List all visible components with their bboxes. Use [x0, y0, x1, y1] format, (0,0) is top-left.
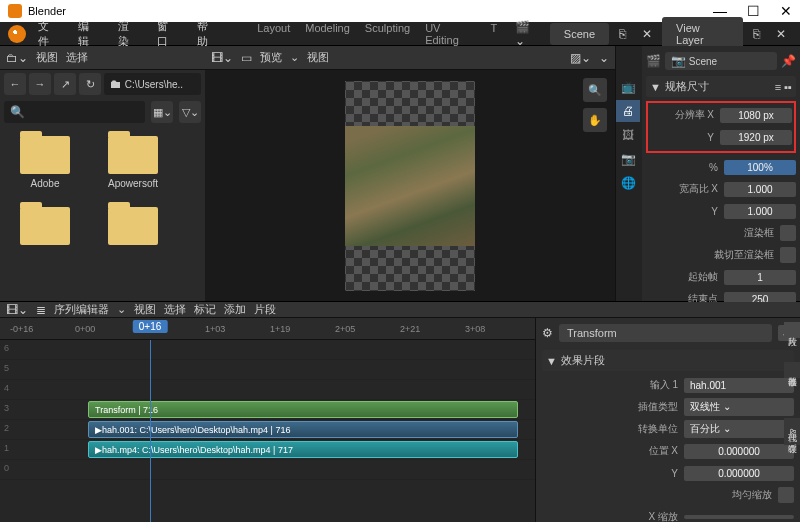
prop-tab-scene-icon[interactable]: 📷 — [616, 148, 640, 170]
start-frame-input[interactable]: 1 — [724, 270, 796, 285]
tab-layout[interactable]: Layout — [251, 19, 296, 49]
resolution-y-input[interactable]: 1920 px — [720, 130, 792, 145]
file-list[interactable]: Adobe Apowersoft — [0, 126, 205, 301]
seq-menu-view[interactable]: 视图 — [134, 302, 156, 317]
properties-panel: 📺 🖨 🖼 📷 🌐 🎬 📷 Scene 📌 ▼ 规格尺寸≡ ▪▪ 分辨率 X10… — [615, 46, 800, 301]
scene-new-icon[interactable]: ⎘ — [613, 24, 632, 44]
filter-icon[interactable]: ▽⌄ — [179, 101, 201, 123]
sidetab-proxy[interactable]: 代理 & 缓存 — [784, 418, 800, 445]
prop-tab-output-icon[interactable]: 🖨 — [616, 100, 640, 122]
blender-icon[interactable] — [8, 25, 26, 43]
folder-icon: 🖿 — [110, 77, 122, 91]
pos-x-input[interactable]: 0.000000 — [684, 444, 794, 459]
uniform-scale-label: 均匀缩放 — [542, 488, 778, 502]
sequencer-editor-icon[interactable]: 🎞⌄ — [6, 303, 28, 317]
prop-tab-render-icon[interactable]: 📺 — [616, 76, 640, 98]
sidetab-modifiers[interactable]: 修改器 — [784, 362, 800, 378]
strip-properties-panel: ⚙ Transform ✓ ▼ 效果片段 输入 1hah.001 插值类型双线性… — [535, 318, 800, 522]
resolution-x-label: 分辨率 X — [650, 108, 720, 122]
search-icon: 🔍 — [10, 105, 25, 119]
sequencer-mode-icon[interactable]: ≣ — [36, 303, 46, 317]
percent-input[interactable]: 100% — [724, 160, 796, 175]
panel-dimensions-header[interactable]: ▼ 规格尺寸≡ ▪▪ — [646, 76, 796, 97]
tab-modeling[interactable]: Modeling — [299, 19, 356, 49]
strip-hah[interactable]: ▶ hah.mp4: C:\Users\hero\Desktop\hah.mp4… — [88, 441, 518, 458]
timeline-ruler[interactable]: -0+16 0+00 0+16 1+03 1+19 2+05 2+21 3+08… — [0, 318, 535, 340]
aspect-x-input[interactable]: 1.000 — [724, 182, 796, 197]
preview-label[interactable]: 预览 — [260, 50, 282, 65]
seq-menu-select[interactable]: 选择 — [164, 302, 186, 317]
preview-mode-icon[interactable]: ▭ — [241, 51, 252, 65]
viewlayer-new-icon[interactable]: ⎘ — [747, 24, 766, 44]
folder-item[interactable]: Apowersoft — [98, 136, 168, 189]
aspect-y-input[interactable]: 1.000 — [724, 204, 796, 219]
seq-menu-marker[interactable]: 标记 — [194, 302, 216, 317]
folder-item[interactable]: Adobe — [10, 136, 80, 189]
timeline-tracks[interactable]: 6 5 4 3 Transform | 716 2 ▶ hah.001: C:\… — [0, 340, 535, 522]
scale-x-label: X 缩放 — [542, 510, 684, 522]
seq-menu-add[interactable]: 添加 — [224, 302, 246, 317]
nav-back-icon[interactable]: ← — [4, 73, 26, 95]
playhead[interactable] — [150, 340, 151, 522]
sidetab-strip[interactable]: 片段 — [784, 322, 800, 338]
overlays-icon[interactable]: ⌄ — [599, 51, 609, 65]
uniform-scale-checkbox[interactable] — [778, 487, 794, 503]
folder-icon — [20, 136, 70, 174]
tab-tex[interactable]: T — [485, 19, 504, 49]
strip-transform[interactable]: Transform | 716 — [88, 401, 518, 418]
scene-field[interactable]: Scene — [550, 23, 609, 45]
file-browser-panel: 🗀⌄ 视图 选择 ← → ↗ ↻ 🖿 C:\Users\he.. 🔍 ▦⌄ ▽⌄… — [0, 46, 205, 301]
resolution-x-input[interactable]: 1080 px — [720, 108, 792, 123]
folder-item[interactable] — [98, 207, 168, 249]
pos-y-input[interactable]: 0.000000 — [684, 466, 794, 481]
input1-value: hah.001 — [684, 378, 794, 393]
folder-item[interactable] — [10, 207, 80, 249]
display-channels-icon[interactable]: ▨⌄ — [570, 51, 591, 65]
sequencer-editor-icon[interactable]: 🎞⌄ — [211, 51, 233, 65]
scene-name-field[interactable]: 📷 Scene — [665, 52, 777, 70]
prop-tab-viewlayer-icon[interactable]: 🖼 — [616, 124, 640, 146]
pos-x-label: 位置 X — [542, 444, 684, 458]
fb-menu-select[interactable]: 选择 — [66, 50, 88, 65]
seq-menu-strip[interactable]: 片段 — [254, 302, 276, 317]
interp-select[interactable]: 双线性 ⌄ — [684, 398, 794, 416]
scene-link-icon[interactable]: 🎬 — [646, 54, 661, 68]
folder-icon — [20, 207, 70, 245]
input1-label: 输入 1 — [542, 378, 684, 392]
filebrowser-editor-icon[interactable]: 🗀⌄ — [6, 51, 28, 65]
start-frame-label: 起始帧 — [646, 270, 724, 284]
blender-logo-icon — [8, 4, 22, 18]
tab-sculpting[interactable]: Sculpting — [359, 19, 416, 49]
strip-hah001[interactable]: ▶ hah.001: C:\Users\hero\Desktop\hah.mp4… — [88, 421, 518, 438]
strip-name-field[interactable]: Transform — [559, 324, 772, 342]
crop-checkbox[interactable] — [780, 247, 796, 263]
nav-forward-icon[interactable]: → — [29, 73, 51, 95]
video-frame-preview — [345, 126, 475, 246]
preview-panel: 🎞⌄ ▭ 预览⌄ 视图 ▨⌄ ⌄ 🔍 ✋ — [205, 46, 615, 301]
pin-icon[interactable]: 📌 — [781, 54, 796, 68]
tab-uv[interactable]: UV Editing — [419, 19, 481, 49]
path-field[interactable]: 🖿 C:\Users\he.. — [104, 73, 201, 95]
scale-x-input[interactable] — [684, 515, 794, 519]
preview-viewport[interactable]: 🔍 ✋ — [205, 70, 615, 301]
effect-panel-header[interactable]: ▼ 效果片段 — [542, 350, 794, 371]
prop-tab-world-icon[interactable]: 🌐 — [616, 172, 640, 194]
zoom-icon[interactable]: 🔍 — [583, 78, 607, 102]
pan-icon[interactable]: ✋ — [583, 108, 607, 132]
seq-editor-label[interactable]: 序列编辑器 — [54, 302, 109, 317]
nav-up-icon[interactable]: ↗ — [54, 73, 76, 95]
folder-icon — [108, 136, 158, 174]
resolution-highlight: 分辨率 X1080 px Y1920 px — [646, 101, 796, 153]
unit-select[interactable]: 百分比 ⌄ — [684, 420, 794, 438]
pv-menu-view[interactable]: 视图 — [307, 50, 329, 65]
sequencer-panel: 🎞⌄ ≣ 序列编辑器⌄ 视图 选择 标记 添加 片段 -0+16 0+00 0+… — [0, 301, 800, 501]
render-border-checkbox[interactable] — [780, 225, 796, 241]
strip-type-icon[interactable]: ⚙ — [542, 326, 553, 340]
resolution-y-label: Y — [650, 132, 720, 143]
scene-delete-icon[interactable]: ✕ — [636, 24, 658, 44]
search-input[interactable]: 🔍 — [4, 101, 145, 123]
viewlayer-delete-icon[interactable]: ✕ — [770, 24, 792, 44]
display-mode-icon[interactable]: ▦⌄ — [151, 101, 173, 123]
nav-refresh-icon[interactable]: ↻ — [79, 73, 101, 95]
fb-menu-view[interactable]: 视图 — [36, 50, 58, 65]
